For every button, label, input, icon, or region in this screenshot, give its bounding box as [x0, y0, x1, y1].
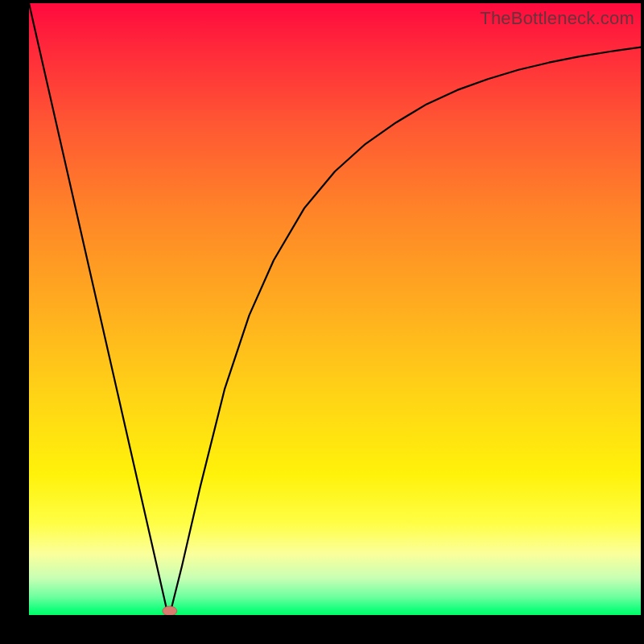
bottleneck-curve	[29, 3, 641, 615]
chart-frame: TheBottleneck.com	[0, 0, 644, 644]
chart-svg	[29, 3, 641, 615]
optimal-point-marker	[163, 606, 177, 615]
plot-area: TheBottleneck.com	[29, 3, 641, 615]
